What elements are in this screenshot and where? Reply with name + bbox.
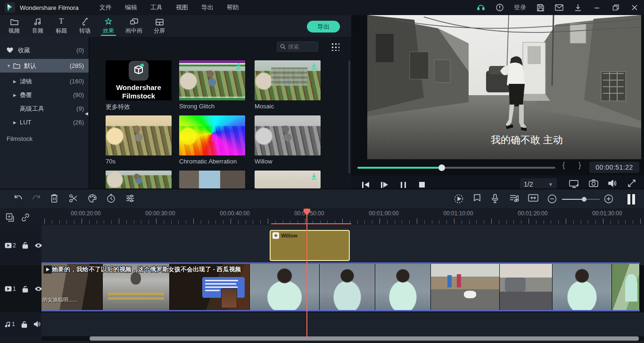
fit-timeline-icon[interactable] [528, 194, 538, 202]
menu-help[interactable]: 帮助 [220, 0, 246, 15]
playhead-line[interactable] [306, 208, 307, 337]
panel-collapse-icon[interactable]: ◀ [85, 111, 88, 116]
menu-view[interactable]: 视图 [169, 0, 195, 15]
video-track-1[interactable]: 的女孩聪明...... [0, 265, 644, 312]
lock-icon[interactable] [21, 321, 27, 328]
fullscreen-icon[interactable] [627, 179, 636, 188]
clip-name: Willow [281, 233, 297, 238]
effects-scrollbar[interactable] [348, 60, 350, 173]
adjust-sliders-icon[interactable] [125, 194, 135, 203]
tab-audio[interactable]: 音频 [26, 15, 50, 37]
effect-willow[interactable] [255, 115, 321, 155]
effect-mosaic[interactable] [255, 60, 321, 100]
seek-knob[interactable] [438, 164, 445, 171]
redo-icon[interactable] [31, 194, 41, 203]
menu-export[interactable]: 导出 [195, 0, 220, 15]
sidebar-item-favorites[interactable]: 收藏 (0) [0, 43, 89, 57]
menu-file[interactable]: 文件 [93, 0, 118, 15]
effect-70s[interactable] [106, 115, 172, 155]
zoom-in-icon[interactable] [603, 194, 614, 204]
effect-chromatic-aberration[interactable] [179, 115, 245, 155]
caret-right-icon[interactable]: ▶ [13, 79, 20, 84]
timeline-ruler[interactable]: 00:00:20:00 00:00:30:00 00:00:40:00 00:0… [0, 208, 644, 225]
caret-down-icon[interactable]: ▼ [7, 64, 13, 68]
close-button[interactable] [625, 0, 644, 15]
track-number: 1 [12, 321, 15, 327]
speed-timer-icon[interactable] [107, 194, 116, 203]
panel-toggle-icon[interactable] [627, 194, 635, 204]
tab-splitscreen[interactable]: 分屏 [148, 15, 171, 37]
mail-icon[interactable] [550, 0, 569, 15]
delete-trash-icon[interactable] [50, 194, 58, 203]
filmstrip-frame [431, 264, 500, 310]
render-preview-icon[interactable] [454, 194, 464, 204]
login-button[interactable]: 登录 [509, 3, 531, 12]
copy-clip-icon[interactable] [6, 213, 15, 222]
tab-label: 音频 [32, 27, 43, 35]
sidebar-item-overlays[interactable]: ▶ 叠覆 (90) [0, 88, 89, 102]
filmstock-card[interactable]: Wondershare Filmstock [106, 60, 172, 100]
search-box[interactable] [277, 41, 318, 52]
caret-right-icon[interactable]: ▶ [13, 93, 20, 98]
mark-out-button[interactable]: } [578, 161, 581, 170]
effect-strong-glitch[interactable] [179, 60, 245, 100]
display-device-icon[interactable] [569, 179, 579, 188]
sidebar-item-advanced-tools[interactable]: 高级工具 (9) [0, 102, 89, 115]
effect-thumb-partial[interactable] [255, 171, 321, 188]
timeline-horizontal-scrollbar[interactable] [41, 336, 644, 341]
menu-tools[interactable]: 工具 [144, 0, 169, 15]
support-headset-icon[interactable] [471, 0, 490, 15]
caret-right-icon[interactable]: ▶ [13, 120, 20, 125]
tab-titles[interactable]: T 标题 [50, 15, 73, 37]
tab-transition[interactable]: 转场 [73, 15, 97, 37]
scrollbar-thumb[interactable] [90, 336, 639, 341]
timeline-zoom-slider[interactable] [562, 199, 600, 200]
video-viewer[interactable]: 我的确不敢 主动 [367, 15, 641, 159]
sidebar-item-default[interactable]: ▼ 默认 (285) [0, 59, 89, 73]
export-button[interactable]: 导出 [307, 21, 340, 33]
snapshot-camera-icon[interactable] [589, 179, 598, 188]
zoom-out-icon[interactable] [547, 194, 557, 204]
marker-icon[interactable] [473, 194, 481, 203]
burned-subtitle: 我的确不敢 主动 [491, 134, 563, 145]
eye-icon[interactable] [34, 286, 42, 292]
search-input[interactable] [288, 43, 314, 50]
effect-thumb-partial[interactable] [106, 171, 172, 188]
timecode-display: 00:00:51:22 [589, 162, 639, 173]
color-palette-icon[interactable] [88, 194, 97, 203]
sidebar-item-filters[interactable]: ▶ 滤镜 (160) [0, 74, 89, 88]
audio-track-1[interactable]: 1 [0, 312, 644, 336]
playhead-marker[interactable] [303, 208, 311, 215]
download-icon[interactable] [569, 0, 587, 15]
text-icon: T [59, 17, 64, 25]
grid-view-icon[interactable] [331, 42, 339, 51]
voiceover-mic-icon[interactable] [491, 194, 499, 204]
menu-edit[interactable]: 编辑 [118, 0, 144, 15]
willow-effect-clip[interactable]: Willow [270, 230, 350, 261]
zoom-slider-knob[interactable] [582, 197, 586, 202]
effect-thumb-partial[interactable] [179, 171, 245, 188]
lock-icon[interactable] [22, 242, 28, 249]
seek-bar[interactable] [357, 167, 555, 169]
link-clips-icon[interactable] [21, 213, 30, 222]
split-scissors-icon[interactable] [69, 194, 78, 203]
mark-in-button[interactable]: { [562, 161, 565, 170]
sidebar-item-lut[interactable]: ▶ LUT (26) [0, 115, 89, 129]
eye-icon[interactable] [34, 243, 42, 248]
undo-icon[interactable] [13, 194, 24, 203]
speaker-icon[interactable] [33, 321, 41, 327]
restore-button[interactable] [606, 0, 625, 15]
tab-label: 标题 [56, 27, 67, 35]
tab-video[interactable]: 视频 [2, 15, 26, 37]
speaker-icon[interactable] [608, 179, 617, 188]
video-track-2[interactable]: 2 Willow [0, 225, 644, 265]
tab-effects[interactable]: 效果 [97, 15, 120, 37]
minimize-button[interactable] [587, 0, 606, 15]
lock-icon[interactable] [22, 286, 28, 293]
info-icon[interactable] [490, 0, 509, 15]
sidebar-item-filmstock[interactable]: Filmstock [0, 132, 89, 146]
save-icon[interactable] [531, 0, 550, 15]
audio-mixer-icon[interactable] [509, 194, 519, 203]
tab-pip[interactable]: 画中画 [120, 15, 148, 37]
filmora-window: Wondershare Filmora 文件 编辑 工具 视图 导出 帮助 登录 [0, 0, 644, 343]
